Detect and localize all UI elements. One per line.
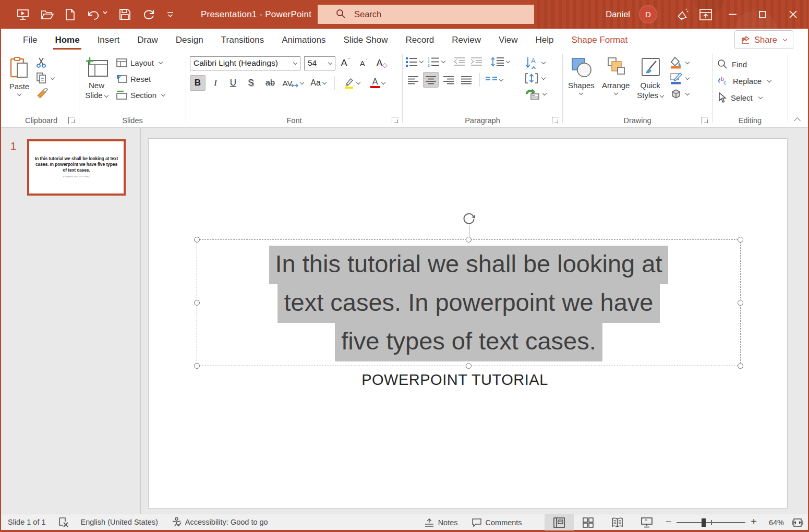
font-size-combo[interactable]: 54 [304,56,335,70]
zoom-slider[interactable] [677,522,745,523]
feedback-megaphone-icon[interactable] [671,0,694,29]
shapes-button[interactable]: Shapes [564,54,598,114]
resize-handle-middle-right[interactable] [738,300,743,306]
tab-insert[interactable]: Insert [89,29,129,51]
select-button[interactable]: Select [714,90,786,105]
shape-fill-button[interactable] [668,55,691,69]
font-color-button[interactable]: A [366,75,390,91]
search-box[interactable]: Search [318,5,534,24]
slide-indicator[interactable]: Slide 1 of 1 [1,514,53,530]
reading-view-button[interactable] [603,514,632,530]
paste-button[interactable]: Paste [5,54,33,114]
language-indicator[interactable]: English (United States) [74,514,165,530]
save-icon[interactable] [119,8,131,20]
character-spacing-button[interactable]: AV [282,75,305,91]
change-case-button[interactable]: Aa [307,75,330,91]
font-name-combo[interactable]: Calibri Light (Headings) [190,56,300,70]
quick-styles-button[interactable]: Quick Styles [633,54,667,114]
resize-handle-middle-left[interactable] [194,300,200,306]
numbering-button[interactable]: 123 [427,56,445,67]
resize-handle-top-center[interactable] [466,237,472,243]
bold-button[interactable]: B [190,75,206,91]
shrink-font-button[interactable]: Aˇ [355,55,372,71]
shadow-button[interactable]: S [243,75,259,91]
tab-view[interactable]: View [490,29,527,51]
ribbon-display-options-icon[interactable] [694,0,717,29]
share-button[interactable]: Share [734,30,793,49]
title-textbox-selection[interactable]: In this tutorial we shall be looking at … [197,239,741,366]
columns-button[interactable] [485,76,503,83]
tab-help[interactable]: Help [527,29,563,51]
redo-icon[interactable] [142,8,155,21]
paragraph-dialog-launcher[interactable] [552,117,559,124]
slide-thumbnail[interactable]: In this tutorial we shall be looking at … [27,139,126,196]
slide-title-text[interactable]: In this tutorial we shall be looking at … [197,240,740,361]
shape-outline-button[interactable] [668,71,691,85]
tab-animations[interactable]: Animations [273,29,334,51]
strikethrough-button[interactable]: ab [261,75,280,91]
notes-button[interactable]: Notes [417,514,465,530]
tab-draw[interactable]: Draw [128,29,167,51]
open-file-icon[interactable] [41,9,54,20]
text-direction-button[interactable]: A [523,55,561,69]
zoom-out-button[interactable]: − [666,516,672,528]
collapse-ribbon-button[interactable] [794,117,801,124]
resize-handle-bottom-right[interactable] [738,363,743,369]
shape-effects-button[interactable] [668,87,691,101]
justify-button[interactable] [458,72,474,88]
resize-handle-top-left[interactable] [194,237,200,243]
zoom-level[interactable]: 64% [761,518,784,527]
comments-button[interactable]: Comments [465,514,529,530]
close-button[interactable] [778,0,808,29]
text-highlight-button[interactable] [340,75,364,91]
drawing-dialog-launcher[interactable] [702,117,708,124]
align-right-button[interactable] [441,72,456,88]
tab-home[interactable]: Home [46,29,88,51]
clipboard-dialog-launcher[interactable] [68,117,75,124]
slideshow-icon[interactable] [17,8,29,21]
rotate-handle-icon[interactable] [461,211,477,229]
tab-shape-format[interactable]: Shape Format [563,29,637,51]
new-slide-button[interactable]: New Slide [81,54,112,114]
line-spacing-button[interactable] [491,57,510,67]
find-button[interactable]: Find [714,56,786,72]
tab-transitions[interactable]: Transitions [212,29,273,51]
clear-formatting-button[interactable]: A◇ [373,55,391,71]
zoom-slider-handle[interactable] [702,518,706,527]
slide-subtitle-text[interactable]: POWERPOINT TUTORIAL [149,371,761,389]
resize-handle-top-right[interactable] [738,237,743,243]
fit-slide-to-window-button[interactable] [787,514,808,530]
format-painter-button[interactable] [34,87,56,101]
cut-button[interactable] [34,55,56,69]
maximize-button[interactable] [747,0,778,29]
slide-canvas[interactable]: In this tutorial we shall be looking at … [148,138,788,509]
spell-check-icon[interactable] [53,514,74,530]
underline-button[interactable]: U [225,75,241,91]
minimize-button[interactable] [717,0,747,29]
replace-button[interactable]: bc Replace [714,73,786,89]
italic-button[interactable]: I [208,75,223,91]
align-center-button[interactable] [423,72,439,88]
customize-qat-icon[interactable] [167,11,174,18]
tab-file[interactable]: File [14,29,46,51]
arrange-button[interactable]: Arrange [598,54,633,114]
reset-button[interactable]: Reset [114,71,167,86]
resize-handle-bottom-center[interactable] [466,363,472,369]
font-dialog-launcher[interactable] [392,117,399,124]
copy-button[interactable] [34,71,56,85]
convert-smartart-button[interactable] [523,87,561,101]
tab-design[interactable]: Design [167,29,212,51]
new-file-icon[interactable] [65,8,75,21]
grow-font-button[interactable]: Aˆ [336,55,354,71]
accessibility-status[interactable]: Accessibility: Good to go [165,514,275,530]
section-button[interactable]: Section [114,88,167,102]
slideshow-view-button[interactable] [632,514,661,530]
tab-record[interactable]: Record [396,29,443,51]
normal-view-button[interactable] [545,514,574,530]
layout-button[interactable]: Layout [114,55,167,70]
avatar[interactable]: D [639,6,657,23]
slide-sorter-view-button[interactable] [574,514,603,530]
resize-handle-bottom-left[interactable] [194,363,200,369]
undo-icon[interactable] [87,8,107,21]
align-text-button[interactable] [523,71,561,85]
